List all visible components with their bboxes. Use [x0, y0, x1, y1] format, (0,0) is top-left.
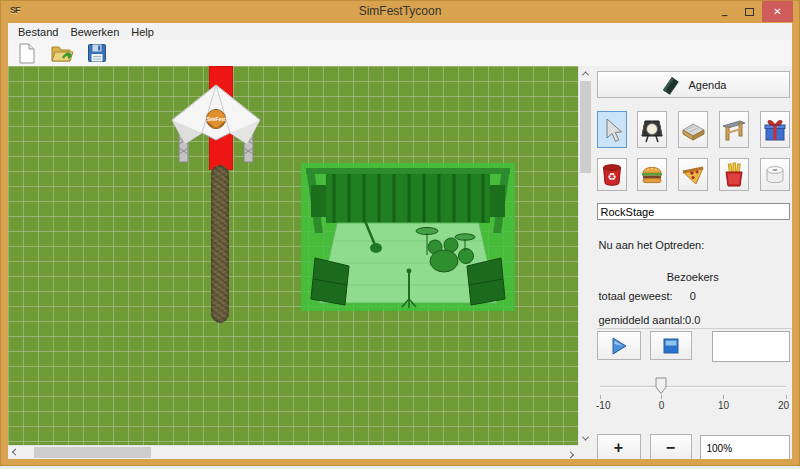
- slider-tick-max: 20: [778, 400, 789, 411]
- tool-entrance-gate[interactable]: [719, 111, 749, 148]
- minimize-button[interactable]: –: [712, 1, 737, 22]
- tool-burger[interactable]: [637, 158, 667, 191]
- festival-map-canvas[interactable]: SimFest: [8, 66, 578, 445]
- client-area: Bestand Bewerken Help: [8, 23, 792, 459]
- window-title: SimFestTycoon: [1, 1, 799, 22]
- menu-help[interactable]: Help: [125, 25, 160, 39]
- tool-row-1: [597, 111, 790, 148]
- stop-icon: [663, 338, 679, 354]
- spotlight-icon: [639, 116, 665, 143]
- tool-row-2: ♻: [597, 158, 790, 191]
- average-visitors-value: 0.0: [597, 314, 790, 326]
- toilet-roll-icon: [763, 162, 787, 188]
- panel-divider: [597, 328, 793, 329]
- slider-tick-10: 10: [718, 400, 729, 411]
- open-file-button[interactable]: [49, 41, 75, 65]
- gift-icon: [762, 116, 788, 143]
- tool-toilet-roll[interactable]: [760, 158, 790, 191]
- tent-logo-text: SimFest: [206, 116, 226, 122]
- close-button[interactable]: ✕: [762, 1, 793, 22]
- slider-thumb[interactable]: [655, 377, 667, 397]
- stop-button[interactable]: [650, 331, 692, 360]
- maximize-button[interactable]: [737, 1, 762, 22]
- tool-spotlight[interactable]: [637, 111, 667, 148]
- entrance-gate-icon: [721, 117, 747, 143]
- now-performing-label: Nu aan het Optreden:: [599, 239, 705, 251]
- tool-pizza[interactable]: [678, 158, 708, 191]
- tool-select-cursor[interactable]: [597, 111, 627, 148]
- floor-speaker-left: [311, 258, 349, 305]
- app-window: SF SimFestTycoon – ✕ Bestand Bewerken He…: [0, 0, 800, 466]
- scroll-left-arrow-icon[interactable]: [8, 446, 22, 459]
- tool-gift[interactable]: [760, 111, 790, 148]
- play-icon: [609, 336, 629, 356]
- hanging-speaker-right: [490, 185, 505, 217]
- agenda-button[interactable]: Agenda: [597, 71, 790, 98]
- window-controls: – ✕: [712, 1, 793, 22]
- zoom-out-button[interactable]: −: [650, 434, 692, 459]
- scroll-down-arrow-icon[interactable]: [579, 431, 593, 445]
- agenda-book-icon: [660, 74, 682, 96]
- zoom-level-field[interactable]: [700, 435, 790, 459]
- slider-track[interactable]: [600, 386, 786, 388]
- stage-platform-icon: [680, 117, 706, 143]
- dirt-path: [211, 165, 229, 323]
- status-display-box: [712, 331, 790, 362]
- hanging-speaker-left: [311, 185, 326, 217]
- zoom-in-button[interactable]: +: [597, 434, 641, 459]
- fries-icon: [722, 162, 746, 188]
- new-document-button[interactable]: [14, 41, 40, 65]
- menu-bewerken[interactable]: Bewerken: [64, 25, 125, 39]
- menu-bestand[interactable]: Bestand: [12, 25, 64, 39]
- horizontal-scrollbar-thumb[interactable]: [34, 447, 151, 458]
- control-panel: Agenda: [597, 66, 793, 459]
- open-folder-icon: [50, 42, 75, 65]
- stage-truss-bar: [306, 168, 510, 174]
- floor-speaker-right: [467, 258, 505, 305]
- pizza-icon: [680, 163, 706, 187]
- visitors-header: Bezoekers: [597, 271, 790, 283]
- save-button[interactable]: [84, 41, 110, 65]
- play-button[interactable]: [597, 331, 641, 360]
- title-bar: SF SimFestTycoon – ✕: [1, 1, 799, 23]
- menu-bar: Bestand Bewerken Help: [8, 23, 792, 40]
- slider-tick-0: 0: [659, 400, 665, 411]
- tool-trash-bin[interactable]: ♻: [597, 158, 627, 191]
- toolbar: [8, 40, 792, 66]
- burger-icon: [639, 163, 665, 187]
- tool-stage-platform[interactable]: [678, 111, 708, 148]
- entrance-tent[interactable]: SimFest: [166, 82, 266, 166]
- tent-logo-badge: SimFest: [206, 110, 226, 129]
- stage-curtain: [326, 174, 490, 223]
- stage-placement-preview[interactable]: [301, 163, 515, 311]
- speed-slider[interactable]: -10 0 10 20: [600, 366, 786, 412]
- total-visitors-value: 0: [597, 290, 790, 302]
- trash-bin-icon: ♻: [600, 162, 624, 187]
- stage-name-input[interactable]: [597, 203, 790, 220]
- horizontal-scrollbar[interactable]: [8, 445, 578, 459]
- vertical-scrollbar[interactable]: [578, 66, 592, 445]
- scrollbar-corner: [578, 445, 592, 459]
- agenda-label: Agenda: [689, 79, 727, 91]
- slider-tick-min: -10: [596, 400, 610, 411]
- vertical-scrollbar-thumb[interactable]: [580, 81, 591, 173]
- main-area: SimFest: [8, 66, 792, 459]
- cursor-icon: [600, 116, 624, 144]
- save-floppy-icon: [86, 42, 108, 64]
- svg-text:♻: ♻: [607, 171, 616, 182]
- festival-canvas-wrap: SimFest: [8, 66, 592, 459]
- maximize-icon: [745, 8, 754, 16]
- scroll-right-arrow-icon[interactable]: [564, 446, 578, 459]
- scroll-up-arrow-icon[interactable]: [579, 66, 593, 80]
- tool-fries[interactable]: [719, 158, 749, 191]
- app-icon: SF: [10, 5, 25, 18]
- new-document-icon: [16, 42, 38, 65]
